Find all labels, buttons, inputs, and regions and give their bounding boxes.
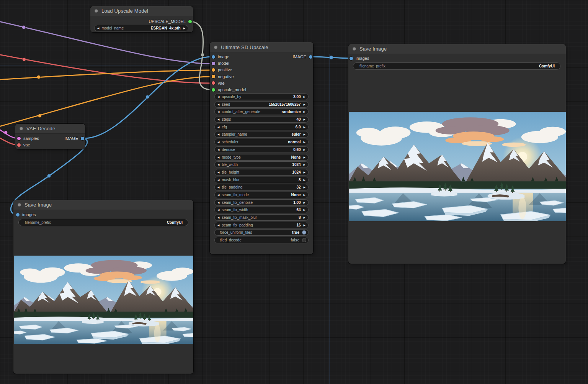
node-save-image-right[interactable]: Save Image images ◀ filename_prefix Comf… (348, 44, 566, 264)
increment-arrow-icon[interactable]: ▶ (304, 95, 305, 98)
widget-row[interactable]: ◀ denoise 0.60 ▶ (214, 146, 309, 153)
output-dot[interactable] (309, 55, 312, 59)
input-dot[interactable] (212, 88, 215, 92)
widget-row[interactable]: ◀ sampler_name euler ▶ (214, 131, 309, 138)
input-dot[interactable] (212, 62, 215, 65)
widget-row[interactable]: ◀ filename_prefix ComfyUI ▶ (18, 219, 188, 226)
node-header[interactable]: Ultimate SD Upscale (210, 42, 313, 53)
increment-arrow-icon[interactable]: ▶ (304, 201, 305, 204)
decrement-arrow-icon[interactable]: ◀ (217, 156, 219, 159)
widget-row[interactable]: ◀ seam_fix_denoise 1.00 ▶ (214, 199, 309, 206)
increment-arrow-icon[interactable]: ▶ (304, 216, 305, 219)
node-header[interactable]: Load Upscale Model (90, 6, 193, 16)
widget-row[interactable]: ◀ seam_fix_width 64 ▶ (214, 207, 309, 213)
toggle-knob[interactable] (302, 238, 306, 242)
increment-arrow-icon[interactable]: ▶ (304, 103, 305, 106)
input-slot[interactable]: images (350, 55, 369, 62)
input-dot[interactable] (212, 75, 215, 78)
decrement-arrow-icon[interactable]: ◀ (217, 126, 219, 128)
increment-arrow-icon[interactable]: ▶ (183, 27, 185, 30)
collapse-dot[interactable] (214, 46, 217, 49)
widget-row[interactable]: ◀ scheduler normal ▶ (214, 139, 309, 145)
widget-row[interactable]: ◀ model_name ESRGAN_4x.pth ▶ (94, 25, 188, 31)
decrement-arrow-icon[interactable]: ◀ (217, 224, 219, 226)
widget-row[interactable]: ◀ cfg 6.0 ▶ (214, 124, 309, 130)
widget-row[interactable]: ◀ tile_padding 32 ▶ (214, 184, 309, 190)
increment-arrow-icon[interactable]: ▶ (304, 118, 305, 121)
output-slot-image[interactable]: IMAGE (15, 135, 84, 141)
increment-arrow-icon[interactable]: ▶ (304, 156, 305, 159)
collapse-dot[interactable] (20, 127, 23, 130)
node-graph-canvas[interactable]: Load Upscale Model UPSCALE_MODEL ◀ model… (0, 0, 588, 384)
decrement-arrow-icon[interactable]: ◀ (217, 103, 219, 106)
increment-arrow-icon[interactable]: ▶ (304, 179, 305, 181)
widget-row[interactable]: ◀ seam_fix_mask_blur 8 ▶ (214, 214, 309, 221)
toggle-knob[interactable] (302, 230, 306, 235)
input-slot[interactable]: vae (17, 142, 39, 148)
collapse-dot[interactable] (353, 47, 356, 51)
decrement-arrow-icon[interactable]: ◀ (97, 27, 99, 30)
decrement-arrow-icon[interactable]: ◀ (217, 118, 219, 121)
decrement-arrow-icon[interactable]: ◀ (217, 163, 219, 166)
collapse-dot[interactable] (95, 9, 98, 13)
increment-arrow-icon[interactable]: ▶ (304, 126, 305, 128)
node-ultimate-sd-upscale[interactable]: Ultimate SD Upscale image model positive (210, 42, 313, 254)
increment-arrow-icon[interactable]: ▶ (304, 194, 305, 196)
widget-row[interactable]: ◀ steps 40 ▶ (214, 116, 309, 123)
collapse-dot[interactable] (18, 203, 21, 207)
decrement-arrow-icon[interactable]: ◀ (217, 186, 219, 189)
input-slot[interactable]: positive (212, 67, 246, 73)
widget-row[interactable]: ◀ upscale_by 3.00 ▶ (214, 94, 309, 100)
widget-row[interactable]: ◀ tile_width 1024 ▶ (214, 161, 309, 168)
decrement-arrow-icon[interactable]: ◀ (217, 194, 219, 196)
widget-row[interactable]: ◀ seam_fix_padding 16 ▶ (214, 222, 309, 228)
widget-row[interactable]: ◀ tile_height 1024 ▶ (214, 169, 309, 176)
increment-arrow-icon[interactable]: ▶ (304, 208, 305, 211)
decrement-arrow-icon[interactable]: ◀ (217, 110, 219, 113)
increment-arrow-icon[interactable]: ▶ (304, 163, 305, 166)
decrement-arrow-icon[interactable]: ◀ (217, 216, 219, 219)
output-slot-image[interactable]: IMAGE (210, 54, 312, 60)
decrement-arrow-icon[interactable]: ◀ (217, 95, 219, 98)
widget-row[interactable]: ◀ control_after_generate randomize ▶ (214, 108, 309, 115)
input-slot[interactable]: model (212, 60, 246, 67)
input-dot[interactable] (16, 213, 20, 217)
node-vae-decode[interactable]: VAE Decode samples vae IMAGE (15, 124, 85, 149)
decrement-arrow-icon[interactable]: ◀ (217, 179, 219, 181)
widget-row[interactable]: ◀ filename_prefix ComfyUI ▶ (353, 62, 560, 70)
increment-arrow-icon[interactable]: ▶ (304, 186, 305, 189)
input-slot[interactable]: negative (212, 73, 246, 80)
decrement-arrow-icon[interactable]: ◀ (217, 171, 219, 174)
input-slot[interactable]: vae (212, 80, 246, 86)
input-dot[interactable] (212, 68, 215, 72)
input-slot[interactable]: upscale_model (212, 86, 246, 93)
widget-row[interactable]: ◀ mode_type None ▶ (214, 154, 309, 161)
node-save-image-left[interactable]: Save Image images ◀ filename_prefix Comf… (13, 200, 193, 374)
input-dot[interactable] (350, 57, 353, 60)
widget-row[interactable]: ◀ seed 155201571606257 ▶ (214, 101, 309, 108)
input-dot[interactable] (212, 81, 215, 85)
node-header[interactable]: Save Image (348, 44, 566, 54)
output-slot-upscale-model[interactable]: UPSCALE_MODEL (90, 18, 192, 25)
increment-arrow-icon[interactable]: ▶ (304, 133, 305, 136)
widget-row[interactable]: ◀ force_uniform_tiles true ▶ (214, 229, 309, 236)
input-slot[interactable]: images (16, 212, 36, 218)
increment-arrow-icon[interactable]: ▶ (304, 224, 305, 226)
increment-arrow-icon[interactable]: ▶ (304, 148, 305, 151)
widget-row[interactable]: ◀ tiled_decode false ▶ (214, 237, 309, 243)
input-dot[interactable] (17, 143, 21, 147)
decrement-arrow-icon[interactable]: ◀ (217, 141, 219, 143)
decrement-arrow-icon[interactable]: ◀ (217, 133, 219, 136)
decrement-arrow-icon[interactable]: ◀ (217, 201, 219, 204)
increment-arrow-icon[interactable]: ▶ (304, 171, 305, 174)
output-dot[interactable] (188, 20, 192, 23)
widget-row[interactable]: ◀ mask_blur 8 ▶ (214, 177, 309, 183)
widget-row[interactable]: ◀ seam_fix_mode None ▶ (214, 192, 309, 198)
increment-arrow-icon[interactable]: ▶ (304, 141, 305, 143)
output-dot[interactable] (81, 137, 84, 140)
node-load-upscale-model[interactable]: Load Upscale Model UPSCALE_MODEL ◀ model… (90, 6, 193, 32)
node-header[interactable]: Save Image (13, 200, 193, 210)
increment-arrow-icon[interactable]: ▶ (304, 110, 305, 113)
decrement-arrow-icon[interactable]: ◀ (217, 208, 219, 211)
decrement-arrow-icon[interactable]: ◀ (217, 148, 219, 151)
